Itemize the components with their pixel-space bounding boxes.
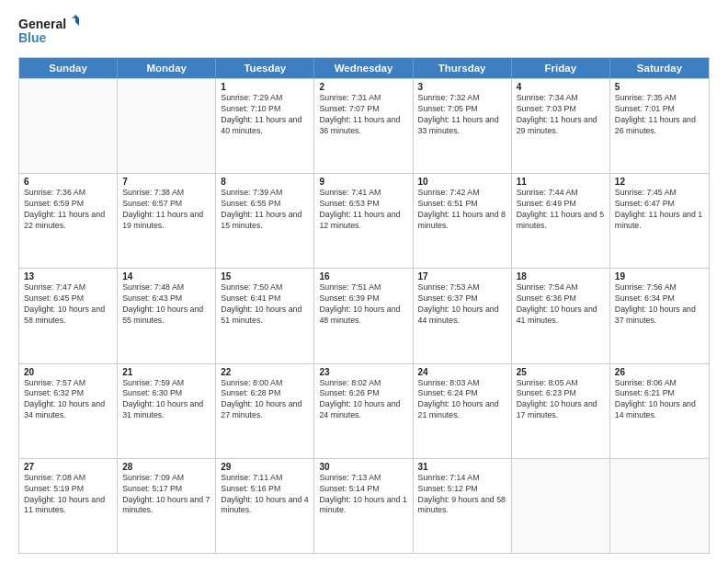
- daylight-text: Daylight: 11 hours and 5 minutes.: [517, 210, 605, 232]
- daylight-text: Daylight: 10 hours and 21 minutes.: [418, 399, 506, 421]
- daylight-text: Daylight: 10 hours and 27 minutes.: [221, 399, 309, 421]
- daylight-text: Daylight: 10 hours and 31 minutes.: [122, 399, 210, 421]
- day-cell-9: 9Sunrise: 7:41 AMSunset: 6:53 PMDaylight…: [314, 174, 413, 268]
- sunset-text: Sunset: 6:59 PM: [24, 199, 112, 210]
- day-number: 30: [319, 462, 407, 472]
- sunset-text: Sunset: 6:39 PM: [319, 293, 407, 304]
- sunset-text: Sunset: 6:34 PM: [615, 293, 704, 304]
- daylight-text: Daylight: 10 hours and 55 minutes.: [122, 304, 210, 327]
- day-number: 22: [221, 367, 309, 377]
- empty-cell: [512, 459, 610, 553]
- day-number: 19: [615, 271, 704, 282]
- day-number: 23: [319, 367, 407, 377]
- empty-cell: [19, 79, 118, 173]
- day-cell-8: 8Sunrise: 7:39 AMSunset: 6:55 PMDaylight…: [216, 174, 314, 268]
- sunrise-text: Sunrise: 7:51 AM: [319, 282, 407, 293]
- daylight-text: Daylight: 11 hours and 8 minutes.: [418, 210, 506, 232]
- week-row-4: 20Sunrise: 7:57 AMSunset: 6:32 PMDayligh…: [19, 363, 709, 458]
- day-cell-19: 19Sunrise: 7:56 AMSunset: 6:34 PMDayligh…: [610, 269, 709, 362]
- daylight-text: Daylight: 10 hours and 17 minutes.: [517, 399, 605, 421]
- daylight-text: Daylight: 11 hours and 22 minutes.: [24, 210, 112, 232]
- day-number: 28: [122, 462, 210, 472]
- day-cell-10: 10Sunrise: 7:42 AMSunset: 6:51 PMDayligh…: [414, 174, 512, 268]
- sunrise-text: Sunrise: 7:14 AM: [418, 473, 506, 484]
- sunset-text: Sunset: 6:21 PM: [615, 388, 704, 399]
- day-number: 26: [615, 367, 704, 377]
- sunrise-text: Sunrise: 7:29 AM: [221, 93, 309, 104]
- sunrise-text: Sunrise: 7:34 AM: [517, 93, 605, 104]
- daylight-text: Daylight: 10 hours and 24 minutes.: [319, 399, 407, 421]
- sunrise-text: Sunrise: 7:32 AM: [418, 93, 506, 104]
- daylight-text: Daylight: 10 hours and 37 minutes.: [615, 304, 704, 327]
- header-cell-saturday: Saturday: [610, 58, 709, 78]
- sunrise-text: Sunrise: 7:09 AM: [122, 473, 210, 484]
- day-cell-18: 18Sunrise: 7:54 AMSunset: 6:36 PMDayligh…: [512, 269, 610, 362]
- daylight-text: Daylight: 11 hours and 33 minutes.: [418, 115, 506, 137]
- daylight-text: Daylight: 10 hours and 48 minutes.: [319, 304, 407, 327]
- sunset-text: Sunset: 6:26 PM: [319, 388, 407, 399]
- sunrise-text: Sunrise: 7:48 AM: [122, 282, 210, 293]
- sunset-text: Sunset: 5:17 PM: [122, 484, 210, 495]
- sunset-text: Sunset: 7:03 PM: [517, 104, 605, 115]
- day-cell-23: 23Sunrise: 8:02 AMSunset: 6:26 PMDayligh…: [314, 364, 413, 458]
- day-cell-1: 1Sunrise: 7:29 AMSunset: 7:10 PMDaylight…: [216, 79, 314, 173]
- sunrise-text: Sunrise: 8:02 AM: [319, 378, 407, 389]
- sunset-text: Sunset: 7:05 PM: [418, 104, 506, 115]
- sunrise-text: Sunrise: 7:54 AM: [517, 282, 605, 293]
- daylight-text: Daylight: 11 hours and 12 minutes.: [319, 210, 407, 232]
- day-cell-2: 2Sunrise: 7:31 AMSunset: 7:07 PMDaylight…: [314, 79, 413, 173]
- day-cell-15: 15Sunrise: 7:50 AMSunset: 6:41 PMDayligh…: [216, 269, 314, 362]
- empty-cell: [610, 459, 709, 553]
- sunset-text: Sunset: 6:43 PM: [122, 293, 210, 304]
- week-row-3: 13Sunrise: 7:47 AMSunset: 6:45 PMDayligh…: [19, 268, 709, 362]
- day-number: 14: [122, 271, 210, 282]
- sunrise-text: Sunrise: 7:53 AM: [418, 282, 506, 293]
- sunset-text: Sunset: 6:24 PM: [418, 388, 506, 399]
- sunset-text: Sunset: 6:37 PM: [418, 293, 506, 304]
- day-cell-22: 22Sunrise: 8:00 AMSunset: 6:28 PMDayligh…: [216, 364, 314, 458]
- daylight-text: Daylight: 10 hours and 1 minute.: [319, 495, 407, 517]
- day-cell-25: 25Sunrise: 8:05 AMSunset: 6:23 PMDayligh…: [512, 364, 610, 458]
- sunrise-text: Sunrise: 7:50 AM: [221, 282, 309, 293]
- sunset-text: Sunset: 6:57 PM: [122, 199, 210, 210]
- day-number: 31: [418, 462, 506, 472]
- day-number: 4: [517, 82, 605, 92]
- daylight-text: Daylight: 9 hours and 58 minutes.: [418, 495, 506, 517]
- day-cell-11: 11Sunrise: 7:44 AMSunset: 6:49 PMDayligh…: [512, 174, 610, 268]
- daylight-text: Daylight: 10 hours and 11 minutes.: [24, 495, 112, 517]
- daylight-text: Daylight: 11 hours and 15 minutes.: [221, 210, 309, 232]
- calendar: SundayMondayTuesdayWednesdayThursdayFrid…: [18, 57, 710, 554]
- day-cell-17: 17Sunrise: 7:53 AMSunset: 6:37 PMDayligh…: [414, 269, 512, 362]
- day-number: 29: [221, 462, 309, 472]
- calendar-header-row: SundayMondayTuesdayWednesdayThursdayFrid…: [19, 58, 709, 78]
- day-number: 18: [517, 271, 605, 282]
- header-cell-friday: Friday: [512, 58, 610, 78]
- day-number: 9: [319, 177, 407, 187]
- day-cell-30: 30Sunrise: 7:13 AMSunset: 5:14 PMDayligh…: [314, 459, 413, 553]
- day-number: 5: [615, 82, 704, 92]
- sunrise-text: Sunrise: 7:13 AM: [319, 473, 407, 484]
- logo: General Blue: [18, 15, 83, 48]
- day-number: 1: [221, 82, 309, 92]
- calendar-body: 1Sunrise: 7:29 AMSunset: 7:10 PMDaylight…: [19, 78, 709, 553]
- sunrise-text: Sunrise: 7:42 AM: [418, 188, 506, 199]
- sunset-text: Sunset: 6:45 PM: [24, 293, 112, 304]
- day-number: 12: [615, 177, 704, 187]
- sunrise-text: Sunrise: 7:31 AM: [319, 93, 407, 104]
- sunrise-text: Sunrise: 8:05 AM: [517, 378, 605, 389]
- day-cell-4: 4Sunrise: 7:34 AMSunset: 7:03 PMDaylight…: [512, 79, 610, 173]
- sunset-text: Sunset: 6:49 PM: [517, 199, 605, 210]
- sunset-text: Sunset: 6:36 PM: [517, 293, 605, 304]
- header-cell-thursday: Thursday: [414, 58, 512, 78]
- header-cell-tuesday: Tuesday: [216, 58, 314, 78]
- sunset-text: Sunset: 6:53 PM: [319, 199, 407, 210]
- sunset-text: Sunset: 5:12 PM: [418, 484, 506, 495]
- day-number: 27: [24, 462, 112, 472]
- day-number: 24: [418, 367, 506, 377]
- day-cell-31: 31Sunrise: 7:14 AMSunset: 5:12 PMDayligh…: [414, 459, 512, 553]
- logo-svg: General Blue: [18, 15, 83, 48]
- day-number: 6: [24, 177, 112, 187]
- day-number: 15: [221, 271, 309, 282]
- week-row-5: 27Sunrise: 7:08 AMSunset: 5:19 PMDayligh…: [19, 458, 709, 553]
- day-number: 11: [517, 177, 605, 187]
